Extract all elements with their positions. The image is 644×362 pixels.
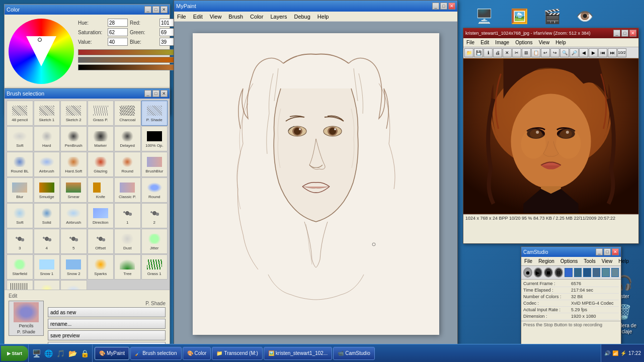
taskbar-camstudio[interactable]: 📹 CamStudio [333, 347, 374, 360]
drawing-canvas[interactable] [193, 33, 439, 335]
save-preview-button[interactable]: save preview [48, 330, 166, 340]
brush-wet-solid[interactable]: Solid [34, 203, 60, 228]
brush-airbrush[interactable]: Airbrush [34, 152, 60, 177]
cam-menu-tools[interactable]: Tools [583, 258, 596, 264]
menu-view[interactable]: View [209, 14, 223, 20]
mypaint-maximize-button[interactable]: □ [440, 3, 447, 10]
add-as-new-button[interactable]: add as new [48, 307, 166, 317]
brush-round[interactable]: Round [114, 152, 141, 177]
brush-brushblur[interactable]: BrushBlur [141, 152, 168, 177]
brush-wet-soft[interactable]: Soft [7, 203, 33, 228]
iv-btn-open[interactable]: 📁 [464, 48, 473, 57]
camstudio-minimize-button[interactable]: _ [596, 248, 603, 255]
menu-brush[interactable]: Brush [227, 14, 244, 20]
saturation-input[interactable] [108, 28, 128, 36]
taskbar-kristen[interactable]: 🖼️ kristen_stewart1_102... [264, 347, 332, 360]
brush-penbrush[interactable]: PenBrush [60, 126, 87, 151]
cam-menu-view[interactable]: View [601, 258, 614, 264]
taskbar-color[interactable]: 🎨 Color [183, 347, 211, 360]
brush-jitter[interactable]: Jitter [141, 229, 168, 254]
brush-tree[interactable]: Tree [114, 254, 141, 280]
iv-btn-cut[interactable]: ✂ [512, 48, 521, 57]
irfanview-close-button[interactable]: ✕ [629, 30, 636, 37]
brush-close-button[interactable]: ✕ [160, 90, 168, 97]
brush-grass1[interactable]: Grass 1 [141, 254, 168, 280]
brush-snow1[interactable]: Snow 1 [34, 254, 60, 280]
camstudio-maximize-button[interactable]: □ [604, 248, 611, 255]
iv-btn-print[interactable]: 🖨 [493, 48, 502, 57]
ql-app-icon[interactable]: 🔒 [79, 348, 90, 359]
brush-48pencil[interactable]: 48 pencil [7, 101, 33, 126]
menu-file[interactable]: File [176, 14, 187, 20]
iv-btn-undo[interactable]: ↩ [541, 48, 550, 57]
iv-btn-prev[interactable]: ◀ [579, 48, 588, 57]
taskbar-transcend[interactable]: 📁 Transcend (M:) [212, 347, 262, 360]
start-button[interactable]: ▶ Start [1, 346, 28, 361]
iv-btn-paste[interactable]: 📋 [531, 48, 540, 57]
brush-sparks[interactable]: Sparks [88, 254, 114, 280]
iv-btn-redo[interactable]: ↪ [550, 48, 559, 57]
brush-pshade[interactable]: P. Shade [141, 101, 168, 126]
brush-splat4[interactable]: 4 [34, 229, 60, 254]
canvas-area[interactable] [174, 22, 457, 346]
iv-btn-last[interactable]: ⏭ [608, 48, 617, 57]
rename-button[interactable]: rename... [48, 319, 166, 329]
brush-knife[interactable]: Knife [88, 177, 114, 203]
color-close-button[interactable]: ✕ [160, 6, 168, 13]
brush-roundbl[interactable]: Round BL [7, 152, 33, 177]
brush-eraser-soft[interactable]: Soft [7, 126, 33, 151]
value-gradient[interactable] [78, 64, 180, 70]
iv-btn-zoomin[interactable]: 🔍 [560, 48, 569, 57]
color-minimize-button[interactable]: _ [144, 6, 151, 13]
cam-stop-button[interactable]: ⏹ [544, 267, 553, 278]
color-maximize-button[interactable]: □ [152, 6, 159, 13]
camstudio-close-button[interactable]: ✕ [612, 248, 619, 255]
iv-btn-delete[interactable]: ✕ [503, 48, 512, 57]
ql-media-icon[interactable]: 🎵 [55, 348, 66, 359]
menu-color[interactable]: Color [249, 14, 264, 20]
brush-dust[interactable]: Dust [114, 229, 141, 254]
brush-charcoal[interactable]: Charcoal [114, 101, 141, 126]
brush-maximize-button[interactable]: □ [152, 90, 159, 97]
iv-btn-first[interactable]: ⏮ [598, 48, 607, 57]
taskbar-brush-selection[interactable]: 🖌️ Brush selection [130, 347, 181, 360]
brush-grassp[interactable]: Grass P. [88, 101, 114, 126]
cam-play-button[interactable]: ▶ [534, 267, 543, 278]
brush-splat3[interactable]: 3 [7, 229, 33, 254]
menu-edit[interactable]: Edit [192, 14, 204, 20]
cam-menu-options[interactable]: Options [559, 258, 579, 264]
cam-menu-region[interactable]: Region [537, 258, 555, 264]
brush-splat1[interactable]: 1 [114, 203, 141, 228]
brush-sketch1[interactable]: Sketch 1 [34, 101, 60, 126]
brush-delayed[interactable]: Delayed [114, 126, 141, 151]
irfanview-minimize-button[interactable]: _ [613, 30, 620, 37]
brush-round-wet[interactable]: Round [141, 177, 168, 203]
iv-btn-info[interactable]: ℹ [484, 48, 493, 57]
cam-menu-help[interactable]: Help [617, 258, 630, 264]
brush-starfield[interactable]: Starfield [7, 254, 33, 280]
hue-gradient[interactable] [78, 49, 180, 55]
brush-direction[interactable]: Direction [88, 203, 114, 228]
menu-layers[interactable]: Layers [269, 14, 288, 20]
menu-debug[interactable]: Debug [293, 14, 311, 20]
brush-smudge[interactable]: Smudge [34, 177, 60, 203]
value-input[interactable] [108, 38, 128, 46]
mypaint-close-button[interactable]: ✕ [448, 3, 455, 10]
brush-glazing[interactable]: Glazing [88, 152, 114, 177]
menu-help[interactable]: Help [316, 14, 330, 20]
saturation-gradient[interactable] [78, 57, 180, 63]
brush-classicp[interactable]: Classic P. [114, 177, 141, 203]
brush-minimize-button[interactable]: _ [144, 90, 151, 97]
brush-splat5[interactable]: 5 [60, 229, 87, 254]
iv-menu-edit[interactable]: Edit [479, 40, 490, 45]
iv-btn-copy[interactable]: ⊞ [522, 48, 531, 57]
irfanview-maximize-button[interactable]: □ [621, 30, 628, 37]
mypaint-minimize-button[interactable]: _ [432, 3, 439, 10]
brush-marker[interactable]: Marker [88, 126, 114, 151]
iv-menu-view[interactable]: View [538, 40, 551, 45]
iv-menu-image[interactable]: Image [494, 40, 510, 45]
taskbar-mypaint[interactable]: 🎨 MyPaint [95, 347, 129, 360]
iv-btn-zoomout[interactable]: 🔎 [570, 48, 579, 57]
cam-menu-file[interactable]: File [523, 258, 533, 264]
color-wheel[interactable] [9, 19, 74, 84]
